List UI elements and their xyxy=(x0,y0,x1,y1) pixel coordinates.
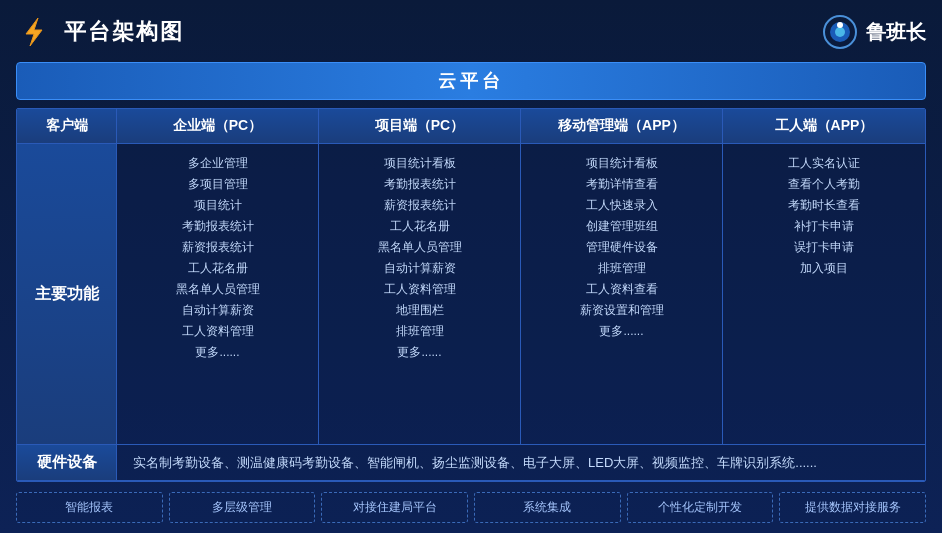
content-row: 主要功能 多企业管理 多项目管理 项目统计 考勤报表统计 薪资报表统计 工人花名… xyxy=(17,144,925,445)
list-item: 工人快速录入 xyxy=(529,196,714,214)
hardware-content: 实名制考勤设备、测温健康码考勤设备、智能闸机、扬尘监测设备、电子大屏、LED大屏… xyxy=(117,445,925,480)
list-item: 考勤时长查看 xyxy=(731,196,917,214)
list-item: 黑名单人员管理 xyxy=(125,280,310,298)
tag-data-service: 提供数据对接服务 xyxy=(779,492,926,523)
list-item: 创建管理班组 xyxy=(529,217,714,235)
enterprise-features: 多企业管理 多项目管理 项目统计 考勤报表统计 薪资报表统计 工人花名册 黑名单… xyxy=(117,144,319,444)
list-item: 自动计算薪资 xyxy=(125,301,310,319)
list-item: 多项目管理 xyxy=(125,175,310,193)
list-item: 考勤报表统计 xyxy=(327,175,512,193)
header: 平台架构图 鲁班长 xyxy=(16,10,926,54)
list-item: 黑名单人员管理 xyxy=(327,238,512,256)
worker-features: 工人实名认证 查看个人考勤 考勤时长查看 补打卡申请 误打卡申请 加入项目 xyxy=(723,144,925,444)
list-item: 薪资报表统计 xyxy=(327,196,512,214)
page-title: 平台架构图 xyxy=(64,17,184,47)
logo-icon xyxy=(16,14,52,50)
col-header-worker: 工人端（APP） xyxy=(723,109,925,143)
list-item: 工人资料查看 xyxy=(529,280,714,298)
tag-docking: 对接住建局平台 xyxy=(321,492,468,523)
tag-integration: 系统集成 xyxy=(474,492,621,523)
header-left: 平台架构图 xyxy=(16,14,184,50)
col-header-enterprise: 企业端（PC） xyxy=(117,109,319,143)
main-table: 客户端 企业端（PC） 项目端（PC） 移动管理端（APP） 工人端（APP） … xyxy=(16,108,926,482)
list-item: 排班管理 xyxy=(529,259,714,277)
list-item: 工人实名认证 xyxy=(731,154,917,172)
brand-icon xyxy=(822,14,858,50)
list-item: 管理硬件设备 xyxy=(529,238,714,256)
list-item: 查看个人考勤 xyxy=(731,175,917,193)
hardware-row: 硬件设备 实名制考勤设备、测温健康码考勤设备、智能闸机、扬尘监测设备、电子大屏、… xyxy=(17,445,925,481)
list-item: 项目统计看板 xyxy=(529,154,714,172)
list-item: 项目统计看板 xyxy=(327,154,512,172)
col-header-mobile: 移动管理端（APP） xyxy=(521,109,723,143)
list-item: 加入项目 xyxy=(731,259,917,277)
list-item: 工人花名册 xyxy=(327,217,512,235)
list-item: 考勤报表统计 xyxy=(125,217,310,235)
page: 平台架构图 鲁班长 云平台 客户端 企业端（PC） 项目端（PC） 移动管理端（… xyxy=(0,0,942,533)
main-function-label: 主要功能 xyxy=(17,144,117,444)
mobile-features: 项目统计看板 考勤详情查看 工人快速录入 创建管理班组 管理硬件设备 排班管理 … xyxy=(521,144,723,444)
brand-name: 鲁班长 xyxy=(866,19,926,46)
list-item: 工人花名册 xyxy=(125,259,310,277)
list-item: 地理围栏 xyxy=(327,301,512,319)
list-item: 排班管理 xyxy=(327,322,512,340)
list-item: 薪资设置和管理 xyxy=(529,301,714,319)
tag-smart-report: 智能报表 xyxy=(16,492,163,523)
project-features: 项目统计看板 考勤报表统计 薪资报表统计 工人花名册 黑名单人员管理 自动计算薪… xyxy=(319,144,521,444)
tag-custom-dev: 个性化定制开发 xyxy=(627,492,774,523)
svg-point-3 xyxy=(835,27,845,37)
list-item: 误打卡申请 xyxy=(731,238,917,256)
list-item: 工人资料管理 xyxy=(327,280,512,298)
tag-multilevel: 多层级管理 xyxy=(169,492,316,523)
list-item: 更多...... xyxy=(327,343,512,361)
list-item: 更多...... xyxy=(529,322,714,340)
list-item: 工人资料管理 xyxy=(125,322,310,340)
list-item: 多企业管理 xyxy=(125,154,310,172)
list-item: 自动计算薪资 xyxy=(327,259,512,277)
tags-row: 智能报表 多层级管理 对接住建局平台 系统集成 个性化定制开发 提供数据对接服务 xyxy=(16,492,926,523)
cloud-bar: 云平台 xyxy=(16,62,926,100)
list-item: 更多...... xyxy=(125,343,310,361)
list-item: 项目统计 xyxy=(125,196,310,214)
svg-point-4 xyxy=(837,22,843,28)
col-header-client: 客户端 xyxy=(17,109,117,143)
col-header-project: 项目端（PC） xyxy=(319,109,521,143)
hardware-label: 硬件设备 xyxy=(17,445,117,480)
svg-marker-0 xyxy=(26,18,42,46)
list-item: 薪资报表统计 xyxy=(125,238,310,256)
list-item: 补打卡申请 xyxy=(731,217,917,235)
col-headers: 客户端 企业端（PC） 项目端（PC） 移动管理端（APP） 工人端（APP） xyxy=(17,109,925,144)
list-item: 考勤详情查看 xyxy=(529,175,714,193)
brand-logo: 鲁班长 xyxy=(822,14,926,50)
